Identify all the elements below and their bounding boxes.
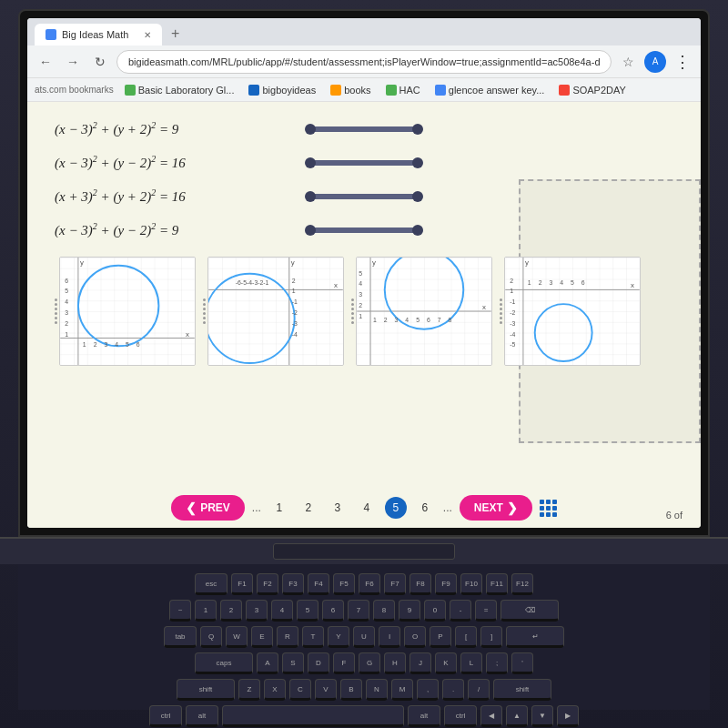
page-3[interactable]: 3 (327, 497, 349, 519)
key-0[interactable]: 0 (424, 600, 446, 622)
address-input[interactable] (116, 50, 612, 74)
key-semi[interactable]: ; (486, 652, 508, 674)
graph-2[interactable]: x y 2 1 -1 -2 -3 -4 -6-5-4-3-2-1 (207, 257, 344, 366)
key-g[interactable]: G (359, 652, 380, 674)
grid-view-icon[interactable] (540, 500, 557, 517)
tab-close-button[interactable]: ✕ (144, 30, 151, 40)
key-ctrl[interactable]: ctrl (149, 705, 182, 727)
key-f8[interactable]: F8 (410, 573, 431, 595)
key-shift-l[interactable]: shift (177, 679, 235, 701)
prev-button[interactable]: ❮ PREV (171, 495, 245, 521)
key-alt-r[interactable]: alt (408, 705, 440, 727)
key-arrow-left[interactable]: ◀ (480, 705, 502, 727)
bookmark-hac[interactable]: HAC (382, 83, 424, 97)
bookmark-glencoe[interactable]: glencoe answer key... (431, 83, 549, 97)
key-a[interactable]: A (257, 652, 278, 674)
key-u[interactable]: U (353, 626, 375, 648)
profile-button[interactable]: A (644, 51, 666, 73)
key-slash[interactable]: / (468, 679, 490, 701)
key-d[interactable]: D (308, 652, 329, 674)
key-arrow-up[interactable]: ▲ (506, 705, 528, 727)
connector-2[interactable] (309, 160, 419, 166)
page-4[interactable]: 4 (356, 497, 378, 519)
new-tab-button[interactable]: + (164, 22, 187, 46)
key-capslock[interactable]: caps (195, 652, 253, 674)
key-arrow-right[interactable]: ▶ (557, 705, 579, 727)
key-p[interactable]: P (430, 626, 451, 648)
key-f6[interactable]: F6 (359, 573, 380, 595)
key-f3[interactable]: F3 (282, 573, 304, 595)
key-z[interactable]: Z (238, 679, 260, 701)
key-f2[interactable]: F2 (257, 573, 278, 595)
connector-4[interactable] (309, 228, 419, 233)
bookmark-soap2day[interactable]: SOAP2DAY (555, 83, 630, 97)
bookmark-button[interactable]: ☆ (617, 51, 639, 73)
line-track-1[interactable] (309, 126, 419, 132)
key-equals[interactable]: = (475, 600, 497, 622)
key-o[interactable]: O (404, 626, 426, 648)
key-9[interactable]: 9 (399, 600, 420, 622)
key-6[interactable]: 6 (322, 600, 344, 622)
key-f1[interactable]: F1 (231, 573, 253, 595)
key-f10[interactable]: F10 (460, 573, 482, 595)
forward-button[interactable]: → (62, 51, 84, 73)
key-period[interactable]: . (442, 679, 464, 701)
key-2[interactable]: 2 (220, 600, 242, 622)
key-8[interactable]: 8 (373, 600, 395, 622)
key-f7[interactable]: F7 (384, 573, 406, 595)
key-ctrl-r[interactable]: ctrl (444, 705, 477, 727)
connector-1[interactable] (309, 126, 419, 132)
key-l[interactable]: L (460, 652, 482, 674)
key-q[interactable]: Q (200, 626, 222, 648)
key-tilde[interactable]: ~ (169, 600, 191, 622)
back-button[interactable]: ← (35, 51, 56, 73)
key-j[interactable]: J (410, 652, 431, 674)
next-button[interactable]: NEXT ❯ (460, 495, 532, 521)
key-c[interactable]: C (289, 679, 311, 701)
key-m[interactable]: M (391, 679, 413, 701)
reload-button[interactable]: ↻ (89, 51, 111, 73)
key-3[interactable]: 3 (246, 600, 268, 622)
line-track-2[interactable] (309, 160, 419, 166)
key-f[interactable]: F (333, 652, 355, 674)
bookmark-books[interactable]: books (327, 83, 374, 97)
key-backspace[interactable]: ⌫ (500, 600, 559, 622)
page-5[interactable]: 5 (385, 497, 407, 519)
page-1[interactable]: 1 (268, 497, 290, 519)
key-enter-top[interactable]: ↵ (506, 626, 564, 648)
key-7[interactable]: 7 (348, 600, 369, 622)
key-bracket-r[interactable]: ] (480, 626, 502, 648)
trackpad[interactable] (273, 543, 455, 560)
key-esc[interactable]: esc (195, 573, 228, 595)
key-h[interactable]: H (384, 652, 406, 674)
key-f4[interactable]: F4 (308, 573, 329, 595)
active-tab[interactable]: Big Ideas Math ✕ (35, 24, 162, 46)
page-6[interactable]: 6 (414, 497, 436, 519)
key-f12[interactable]: F12 (511, 573, 533, 595)
graph-3[interactable]: x y 5 4 3 2 1 1 2 3 4 5 (356, 257, 492, 366)
key-v[interactable]: V (315, 679, 337, 701)
graph-4[interactable]: x y 2 1 -1 -2 -3 -4 -5 1 2 (504, 257, 641, 366)
key-alt-l[interactable]: alt (186, 705, 218, 727)
page-2[interactable]: 2 (298, 497, 319, 519)
key-shift-r[interactable]: shift (493, 679, 551, 701)
key-t[interactable]: T (302, 626, 324, 648)
key-f11[interactable]: F11 (486, 573, 508, 595)
key-quote[interactable]: ' (511, 652, 533, 674)
graph-1[interactable]: x y 6 5 4 3 2 1 1 2 3 4 (59, 257, 196, 366)
key-comma[interactable]: , (417, 679, 439, 701)
key-f5[interactable]: F5 (333, 573, 355, 595)
key-i[interactable]: I (379, 626, 400, 648)
bookmark-bigboyideas[interactable]: bigboyideas (245, 83, 319, 97)
key-w[interactable]: W (226, 626, 248, 648)
line-track-4[interactable] (309, 228, 419, 233)
bookmark-basic-lab[interactable]: Basic Laboratory Gl... (121, 83, 238, 97)
key-s[interactable]: S (282, 652, 304, 674)
key-4[interactable]: 4 (271, 600, 293, 622)
key-x[interactable]: X (264, 679, 286, 701)
key-n[interactable]: N (366, 679, 388, 701)
key-arrow-down[interactable]: ▼ (531, 705, 553, 727)
key-r[interactable]: R (277, 626, 298, 648)
key-space[interactable] (222, 705, 404, 727)
key-k[interactable]: K (435, 652, 457, 674)
